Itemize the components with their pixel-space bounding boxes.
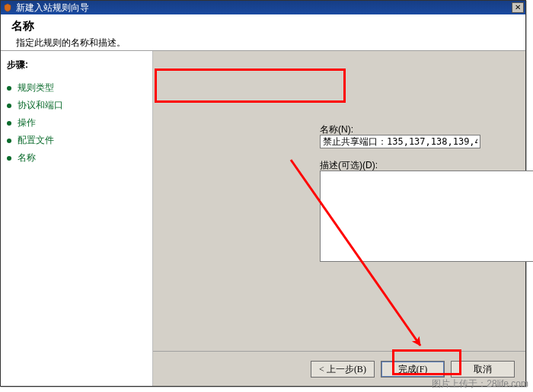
- wizard-header: 名称 指定此规则的名称和描述。: [1, 14, 525, 51]
- content-panel: 名称(N): 描述(可选)(D): < 上一步(B) 完成(F) 取消: [153, 51, 525, 386]
- titlebar[interactable]: 新建入站规则向导 ✕: [1, 1, 525, 14]
- page-heading: 名称: [11, 19, 515, 33]
- step-action[interactable]: 操作: [7, 114, 146, 132]
- bullet-icon: [7, 121, 11, 126]
- description-textarea[interactable]: [320, 171, 533, 262]
- step-label: 规则类型: [18, 81, 54, 94]
- page-subheading: 指定此规则的名称和描述。: [16, 37, 515, 49]
- step-label: 协议和端口: [18, 99, 63, 112]
- step-label: 配置文件: [18, 134, 54, 147]
- bullet-icon: [7, 86, 11, 91]
- finish-button[interactable]: 完成(F): [381, 361, 445, 378]
- step-profile[interactable]: 配置文件: [7, 132, 146, 149]
- back-button[interactable]: < 上一步(B): [311, 361, 375, 378]
- app-icon: [2, 2, 13, 13]
- wizard-dialog: 新建入站规则向导 ✕ 名称 指定此规则的名称和描述。 步骤: 规则类型 协议和端…: [0, 0, 526, 387]
- bullet-icon: [7, 104, 11, 108]
- step-rule-type[interactable]: 规则类型: [7, 79, 146, 97]
- cancel-button[interactable]: 取消: [451, 361, 515, 378]
- step-label: 操作: [18, 116, 36, 129]
- titlebar-title: 新建入站规则向导: [16, 1, 512, 14]
- watermark-text: 图片上传于：28life.com: [432, 378, 528, 390]
- steps-sidebar: 步骤: 规则类型 协议和端口 操作 配置文件 名称: [1, 51, 153, 386]
- bullet-icon: [7, 156, 11, 161]
- close-button[interactable]: ✕: [512, 2, 524, 13]
- step-label: 名称: [18, 151, 36, 164]
- bullet-icon: [7, 139, 11, 143]
- step-protocol-port[interactable]: 协议和端口: [7, 97, 146, 114]
- step-name[interactable]: 名称: [7, 149, 146, 167]
- steps-title: 步骤:: [7, 59, 146, 72]
- name-input[interactable]: [320, 135, 480, 148]
